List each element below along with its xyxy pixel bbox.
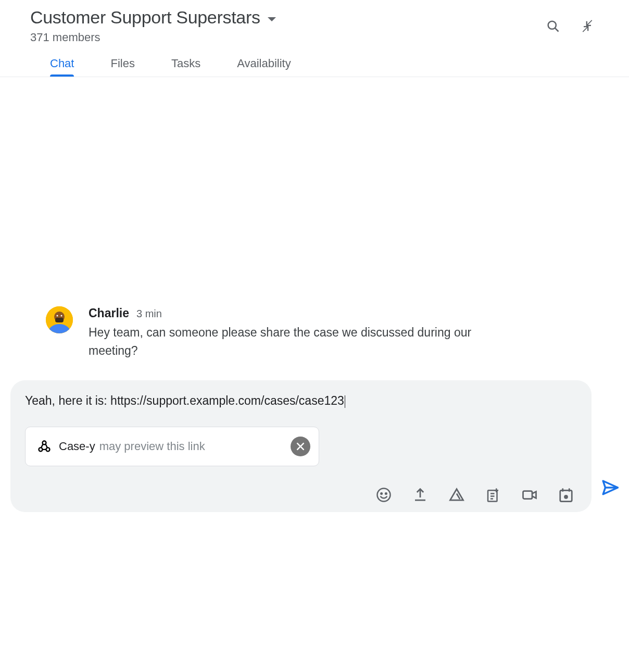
preview-subtext: may preview this link bbox=[99, 440, 205, 453]
video-icon[interactable] bbox=[522, 487, 537, 503]
avatar[interactable] bbox=[46, 306, 73, 333]
search-icon[interactable] bbox=[546, 19, 560, 33]
tab-chat[interactable]: Chat bbox=[50, 57, 74, 77]
message-author: Charlie bbox=[89, 306, 129, 320]
header: Customer Support Superstars 371 members … bbox=[0, 0, 629, 77]
tab-availability[interactable]: Availability bbox=[237, 57, 291, 77]
svg-point-15 bbox=[385, 493, 387, 494]
collapse-icon[interactable] bbox=[580, 19, 595, 33]
webhook-icon bbox=[37, 439, 52, 454]
svg-point-13 bbox=[378, 489, 391, 502]
chevron-down-icon[interactable] bbox=[268, 17, 276, 21]
upload-icon[interactable] bbox=[412, 487, 428, 503]
emoji-icon[interactable] bbox=[376, 487, 392, 503]
link-preview-chip: Case-y may preview this link bbox=[25, 427, 319, 466]
tabs: Chat Files Tasks Availability bbox=[30, 57, 599, 77]
tab-tasks[interactable]: Tasks bbox=[171, 57, 200, 77]
drive-icon[interactable] bbox=[449, 487, 464, 503]
message: Charlie 3 min Hey team, can someone plea… bbox=[31, 306, 598, 359]
close-icon[interactable] bbox=[291, 437, 310, 456]
svg-point-8 bbox=[39, 447, 43, 451]
message-text: Hey team, can someone please share the c… bbox=[89, 323, 521, 359]
svg-point-19 bbox=[565, 495, 568, 498]
tab-files[interactable]: Files bbox=[110, 57, 134, 77]
calendar-icon[interactable] bbox=[558, 487, 574, 503]
svg-rect-17 bbox=[523, 491, 533, 499]
space-title[interactable]: Customer Support Superstars bbox=[30, 7, 260, 28]
message-composer[interactable]: Yeah, here it is: https://support.exampl… bbox=[10, 380, 592, 512]
svg-point-6 bbox=[57, 315, 58, 317]
svg-point-14 bbox=[381, 493, 382, 494]
svg-point-7 bbox=[61, 315, 62, 317]
svg-point-0 bbox=[548, 21, 556, 29]
chat-area: Charlie 3 min Hey team, can someone plea… bbox=[0, 77, 629, 380]
send-button[interactable] bbox=[601, 479, 619, 496]
create-doc-icon[interactable] bbox=[485, 487, 501, 503]
members-count[interactable]: 371 members bbox=[30, 31, 276, 44]
message-timestamp: 3 min bbox=[136, 308, 162, 320]
svg-point-9 bbox=[46, 447, 50, 451]
svg-rect-4 bbox=[55, 318, 64, 322]
preview-app-name: Case-y bbox=[59, 440, 95, 453]
svg-line-1 bbox=[555, 28, 558, 31]
composer-input[interactable]: Yeah, here it is: https://support.exampl… bbox=[25, 394, 576, 408]
